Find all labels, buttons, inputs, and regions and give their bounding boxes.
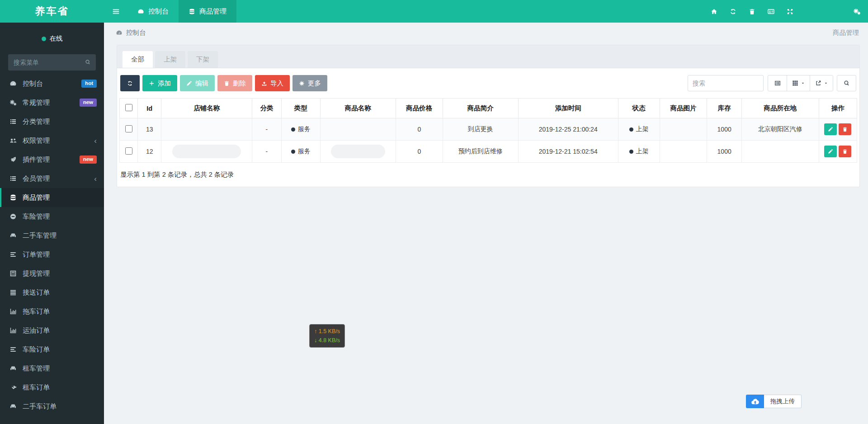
online-dot-icon (42, 37, 46, 41)
column-header[interactable]: 商品所在地 (741, 99, 819, 118)
column-header[interactable]: 店铺名称 (161, 99, 252, 118)
row-checkbox[interactable] (125, 125, 132, 132)
sidebar-item-label: 运油订单 (23, 326, 50, 335)
column-header[interactable]: 状态 (618, 99, 660, 118)
upload-icon (261, 80, 267, 86)
add-button[interactable]: 添加 (142, 75, 177, 91)
handshake-icon (9, 384, 17, 391)
sidebar-item-二手车订单[interactable]: 二手车订单 (0, 397, 104, 416)
sidebar-item-租车订单[interactable]: 租车订单 (0, 378, 104, 397)
file-lines-icon (9, 251, 17, 258)
database-icon (189, 8, 195, 15)
content-panel: 全部上架下架 添加编辑删除导入更多 Id店铺名称分类类型商品名称商品价格商品简介… (117, 45, 860, 187)
id-card-button[interactable] (768, 8, 774, 15)
sidebar-item-接送订单[interactable]: 接送订单 (0, 283, 104, 302)
home-button[interactable] (711, 8, 717, 15)
toggle-view-button[interactable] (768, 75, 787, 91)
column-header[interactable]: 商品名称 (320, 99, 396, 118)
top-tab-商品管理[interactable]: 商品管理 (179, 0, 236, 23)
delete-row-button[interactable] (839, 146, 851, 157)
import-button[interactable]: 导入 (255, 75, 290, 91)
column-header[interactable]: 库存 (707, 99, 741, 118)
sidebar-item-商品管理[interactable]: 商品管理 (0, 188, 104, 207)
export-button[interactable] (810, 75, 833, 91)
more-button[interactable]: 更多 (292, 75, 327, 91)
sidebar-item-常规管理[interactable]: 常规管理new (0, 93, 104, 112)
pencil-icon (828, 127, 833, 132)
breadcrumb-right-label: 商品管理 (833, 28, 859, 37)
sidebar-item-二手车管理[interactable]: 二手车管理 (0, 226, 104, 245)
filter-tab-全部[interactable]: 全部 (123, 51, 153, 68)
records-summary: 显示第 1 到第 2 条记录，总共 2 条记录 (119, 163, 857, 181)
sidebar-item-车险订单[interactable]: 车险订单 (0, 340, 104, 359)
download-speed: ↓ 4.8 KB/s (314, 336, 340, 345)
trash-icon (842, 149, 848, 154)
upload-speed: ↑ 1.5 KB/s (314, 327, 340, 336)
minus-circle-icon (9, 213, 17, 220)
refresh-button[interactable] (730, 8, 736, 15)
sidebar-item-插件管理[interactable]: 插件管理new (0, 150, 104, 169)
sidebar-item-提现管理[interactable]: 提现管理 (0, 264, 104, 283)
delete-row-button[interactable] (839, 123, 851, 135)
status-dot-icon (629, 150, 633, 154)
app-logo[interactable]: 养车省 (0, 0, 104, 23)
cell-stock: 1000 (707, 118, 741, 141)
sidebar-item-运油订单[interactable]: 运油订单 (0, 321, 104, 340)
sidebar-item-控制台[interactable]: 控制台hot (0, 74, 104, 93)
breadcrumb-label[interactable]: 控制台 (126, 28, 146, 37)
expand-button[interactable] (787, 8, 793, 15)
cell-brief: 到店更换 (443, 118, 519, 141)
refresh-icon (127, 80, 133, 86)
sidebar-item-会员管理[interactable]: 会员管理‹ (0, 169, 104, 188)
top-tab-控制台[interactable]: 控制台 (127, 0, 179, 23)
sidebar-item-订单管理[interactable]: 订单管理 (0, 245, 104, 264)
sidebar-search-input[interactable] (8, 54, 96, 71)
rocket-icon (9, 156, 17, 163)
row-checkbox[interactable] (125, 147, 132, 155)
cell-category: - (252, 141, 281, 163)
column-header[interactable]: 添加时间 (518, 99, 618, 118)
car-icon (9, 365, 17, 372)
search-icon (844, 80, 850, 86)
sidebar-item-label: 二手车订单 (23, 402, 57, 411)
delete-button[interactable]: 删除 (217, 75, 252, 91)
select-all-checkbox[interactable] (125, 104, 132, 111)
sidebar-item-权限管理[interactable]: 权限管理‹ (0, 131, 104, 150)
menu-badge: new (80, 99, 97, 107)
top-tabs: 控制台商品管理 (127, 0, 236, 23)
column-header[interactable]: Id (138, 99, 161, 118)
column-header[interactable]: 类型 (281, 99, 320, 118)
column-header[interactable]: 商品图片 (660, 99, 707, 118)
columns-button[interactable] (787, 75, 810, 91)
gears-icon (9, 99, 17, 106)
sidebar-item-分类管理[interactable]: 分类管理 (0, 112, 104, 131)
filter-tab-上架[interactable]: 上架 (155, 51, 185, 68)
filter-tab-下架[interactable]: 下架 (188, 51, 218, 68)
table-search-input[interactable] (688, 75, 764, 91)
table-toolbar: 添加编辑删除导入更多 (119, 75, 857, 91)
edit-row-button[interactable] (824, 146, 837, 157)
sidebar-item-租车管理[interactable]: 租车管理 (0, 359, 104, 378)
drag-upload-widget[interactable]: 拖拽上传 (746, 395, 802, 408)
column-header[interactable]: 商品价格 (396, 99, 443, 118)
cell-shop (161, 141, 252, 163)
menu-toggle-button[interactable] (104, 0, 127, 23)
search-go-button[interactable] (837, 75, 856, 91)
id-card-icon (768, 8, 774, 15)
edit-button[interactable]: 编辑 (180, 75, 215, 91)
cloud-upload-button[interactable] (746, 395, 764, 408)
refresh-button[interactable] (120, 75, 140, 91)
cell-location: 北京朝阳区汽修 (741, 118, 819, 141)
trash-button[interactable] (749, 8, 755, 15)
grid-icon (792, 80, 798, 86)
file-lines-icon (9, 346, 17, 353)
column-header[interactable]: 操作 (819, 99, 857, 118)
sidebar-item-拖车订单[interactable]: 拖车订单 (0, 302, 104, 321)
settings-button[interactable] (853, 0, 861, 23)
online-status: 在线 (0, 23, 104, 47)
column-header[interactable]: 分类 (252, 99, 281, 118)
column-header[interactable]: 商品简介 (443, 99, 519, 118)
edit-row-button[interactable] (824, 123, 837, 135)
sidebar-item-车险管理[interactable]: 车险管理 (0, 207, 104, 226)
drag-upload-label[interactable]: 拖拽上传 (764, 395, 802, 408)
